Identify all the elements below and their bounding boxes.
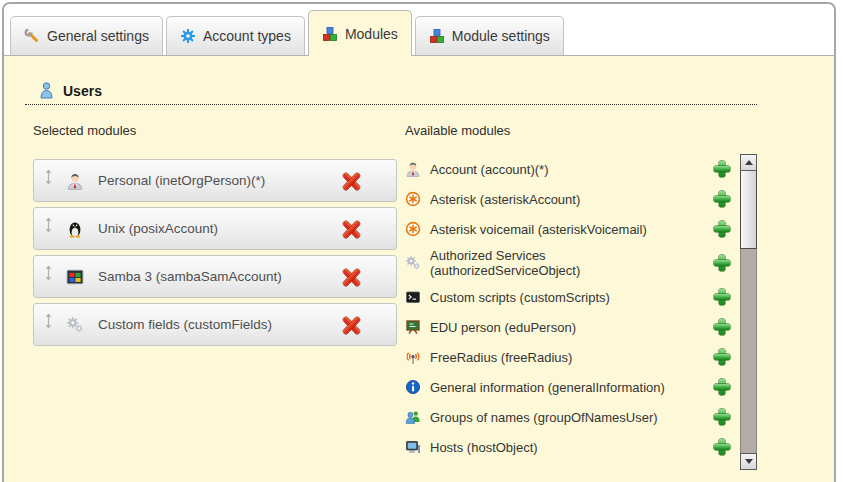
available-modules-heading: Available modules [405, 123, 760, 138]
antenna-icon [405, 349, 421, 365]
add-module-button[interactable] [714, 349, 730, 365]
tux-penguin-icon [66, 220, 84, 238]
info-icon [405, 379, 421, 395]
available-modules-scrollbar[interactable] [740, 154, 757, 470]
add-module-button[interactable] [714, 409, 730, 425]
modules-tab-panel: Users Selected modules [4, 56, 834, 482]
add-module-button[interactable] [714, 221, 730, 237]
selected-modules-list: Personal (inetOrgPerson)(*) [33, 159, 397, 346]
available-module-row-authorized-services[interactable]: Authorized Services (authorizedServiceOb… [405, 248, 760, 278]
available-modules-list: Account (account)(*) Asterisk (asteriskA… [405, 158, 760, 476]
add-module-button[interactable] [714, 319, 730, 335]
section-title: Users [63, 83, 102, 99]
drag-handle-icon[interactable] [44, 265, 53, 281]
user-icon [39, 82, 54, 99]
available-module-row-account[interactable]: Account (account)(*) [405, 158, 760, 180]
available-module-row-freeradius[interactable]: FreeRadius (freeRadius) [405, 346, 760, 368]
selected-module-row-samba[interactable]: Samba 3 (sambaSamAccount) [33, 255, 397, 298]
arrow-down-icon [745, 459, 753, 464]
gear-icon [180, 28, 196, 44]
chalkboard-icon [405, 319, 421, 335]
module-label: Groups of names (groupOfNamesUser) [430, 410, 658, 425]
module-label: Personal (inetOrgPerson)(*) [98, 173, 342, 188]
add-module-button[interactable] [714, 161, 730, 177]
selected-modules-heading: Selected modules [33, 123, 397, 138]
terminal-icon [405, 289, 421, 305]
remove-module-button[interactable] [342, 219, 361, 238]
available-module-row-asterisk[interactable]: Asterisk (asteriskAccount) [405, 188, 760, 210]
gears-icon [405, 255, 421, 271]
add-module-button[interactable] [714, 289, 730, 305]
users-section-header: Users [25, 56, 757, 105]
scroll-down-button[interactable] [740, 453, 757, 470]
group-icon [405, 409, 421, 425]
module-label: Asterisk voicemail (asteriskVoicemail) [430, 222, 647, 237]
asterisk-icon [405, 191, 421, 207]
drag-handle-icon[interactable] [44, 169, 53, 185]
tab-label: Module settings [452, 28, 550, 44]
arrow-up-icon [745, 160, 753, 165]
scroll-up-button[interactable] [740, 154, 757, 171]
add-module-button[interactable] [714, 439, 730, 455]
module-label: General information (generalInformation) [430, 380, 665, 395]
selected-module-row-unix[interactable]: Unix (posixAccount) [33, 207, 397, 250]
add-module-button[interactable] [714, 191, 730, 207]
tab-modules[interactable]: Modules [308, 10, 412, 56]
settings-window: General settings Account types [2, 2, 836, 482]
tab-module-settings[interactable]: Module settings [415, 16, 564, 55]
tab-general-settings[interactable]: General settings [10, 16, 163, 55]
modules-blocks-icon [322, 26, 338, 42]
tab-label: Account types [203, 28, 291, 44]
available-module-row-hosts[interactable]: Hosts (hostObject) [405, 436, 760, 458]
tab-bar: General settings Account types [4, 4, 834, 56]
wrench-icon [24, 28, 40, 44]
available-module-row-asterisk-voicemail[interactable]: Asterisk voicemail (asteriskVoicemail) [405, 218, 760, 240]
module-label: Hosts (hostObject) [430, 440, 538, 455]
module-label: EDU person (eduPerson) [430, 320, 576, 335]
add-module-button[interactable] [714, 255, 730, 271]
personal-icon [405, 161, 421, 177]
gears-icon [66, 316, 84, 334]
available-module-row-groups-of-names[interactable]: Groups of names (groupOfNamesUser) [405, 406, 760, 428]
module-label: Samba 3 (sambaSamAccount) [98, 269, 342, 284]
add-module-button[interactable] [714, 379, 730, 395]
available-module-row-custom-scripts[interactable]: Custom scripts (customScripts) [405, 286, 760, 308]
module-label: Asterisk (asteriskAccount) [430, 192, 580, 207]
drag-handle-icon[interactable] [44, 313, 53, 329]
available-modules-column: Available modules Account (account)(*) [405, 123, 760, 476]
module-label: Custom scripts (customScripts) [430, 290, 610, 305]
module-label: FreeRadius (freeRadius) [430, 350, 572, 365]
computer-icon [405, 439, 421, 455]
selected-module-row-personal[interactable]: Personal (inetOrgPerson)(*) [33, 159, 397, 202]
tab-label: General settings [47, 28, 149, 44]
windows-logo-icon [66, 268, 84, 286]
module-label: Authorized Services (authorizedServiceOb… [430, 248, 688, 278]
module-label: Unix (posixAccount) [98, 221, 342, 236]
scrollbar-thumb[interactable] [740, 171, 757, 249]
module-label: Account (account)(*) [430, 162, 549, 177]
remove-module-button[interactable] [342, 267, 361, 286]
remove-module-button[interactable] [342, 171, 361, 190]
tab-label: Modules [345, 26, 398, 42]
scrollbar-track[interactable] [740, 249, 757, 453]
available-module-row-edu-person[interactable]: EDU person (eduPerson) [405, 316, 760, 338]
modules-blocks-icon [429, 28, 445, 44]
personal-icon [66, 172, 84, 190]
selected-modules-column: Selected modules [33, 123, 397, 476]
remove-module-button[interactable] [342, 315, 361, 334]
available-module-row-general-information[interactable]: General information (generalInformation) [405, 376, 760, 398]
tab-account-types[interactable]: Account types [166, 16, 305, 55]
selected-module-row-custom-fields[interactable]: Custom fields (customFields) [33, 303, 397, 346]
asterisk-icon [405, 221, 421, 237]
module-label: Custom fields (customFields) [98, 317, 342, 332]
drag-handle-icon[interactable] [44, 217, 53, 233]
